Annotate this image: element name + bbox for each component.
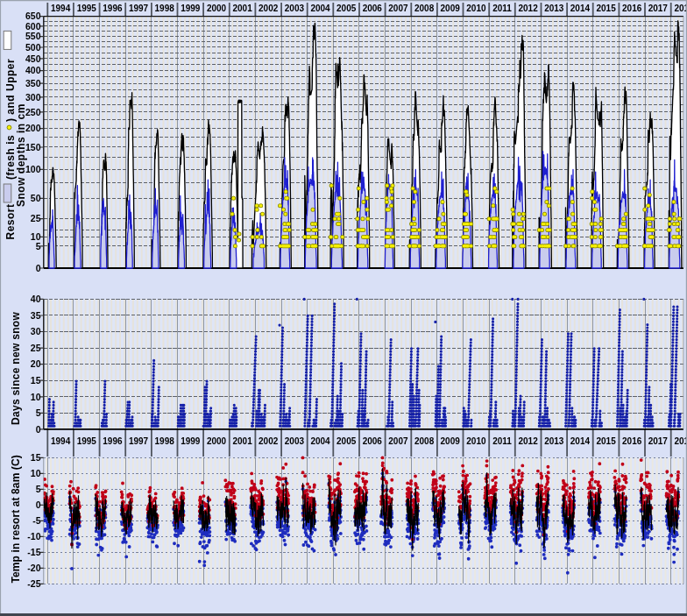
svg-text:2017: 2017 bbox=[648, 436, 669, 446]
svg-text:1994: 1994 bbox=[51, 436, 71, 446]
svg-text:2011: 2011 bbox=[492, 4, 512, 13]
svg-text:2008: 2008 bbox=[414, 436, 435, 446]
svg-text:20: 20 bbox=[31, 358, 41, 369]
svg-text:-25: -25 bbox=[27, 578, 40, 589]
svg-text:-10: -10 bbox=[27, 531, 40, 542]
svg-text:-15: -15 bbox=[27, 547, 40, 557]
svg-text:Temp in resort at 8am (C): Temp in resort at 8am (C) bbox=[10, 455, 22, 583]
svg-text:1999: 1999 bbox=[181, 436, 201, 446]
svg-text:1998: 1998 bbox=[155, 4, 175, 13]
svg-text:2005: 2005 bbox=[336, 436, 357, 446]
svg-text:2006: 2006 bbox=[363, 436, 383, 446]
svg-text:0: 0 bbox=[36, 499, 41, 510]
svg-text:600: 600 bbox=[25, 21, 41, 32]
svg-text:2001: 2001 bbox=[232, 436, 252, 446]
svg-text:0: 0 bbox=[36, 424, 41, 435]
svg-text:150: 150 bbox=[25, 142, 41, 152]
svg-text:5: 5 bbox=[36, 484, 41, 494]
svg-text:400: 400 bbox=[25, 65, 41, 75]
svg-text:2004: 2004 bbox=[310, 4, 330, 13]
svg-text:25: 25 bbox=[31, 343, 41, 353]
svg-text:350: 350 bbox=[25, 78, 41, 89]
svg-text:1995: 1995 bbox=[77, 436, 97, 446]
svg-text:1994: 1994 bbox=[51, 4, 71, 13]
svg-text:100: 100 bbox=[25, 164, 41, 174]
svg-text:0: 0 bbox=[36, 263, 41, 273]
svg-text:2016: 2016 bbox=[622, 4, 642, 13]
svg-text:250: 250 bbox=[25, 107, 41, 117]
svg-text:2007: 2007 bbox=[388, 4, 408, 13]
svg-text:2014: 2014 bbox=[570, 4, 591, 13]
svg-text:2016: 2016 bbox=[622, 436, 642, 446]
svg-text:Days since new snow: Days since new snow bbox=[10, 312, 22, 425]
svg-text:1997: 1997 bbox=[129, 436, 149, 446]
svg-text:-20: -20 bbox=[27, 563, 40, 573]
svg-text:35: 35 bbox=[31, 310, 41, 321]
svg-text:2015: 2015 bbox=[596, 436, 616, 446]
svg-text:1998: 1998 bbox=[155, 436, 175, 446]
svg-text:2006: 2006 bbox=[363, 4, 383, 13]
svg-text:25: 25 bbox=[31, 213, 41, 223]
svg-text:500: 500 bbox=[25, 42, 41, 53]
svg-text:2010: 2010 bbox=[466, 4, 486, 13]
svg-text:2018: 2018 bbox=[674, 436, 687, 446]
svg-text:2015: 2015 bbox=[596, 4, 616, 13]
svg-text:5: 5 bbox=[36, 241, 41, 251]
svg-text:5: 5 bbox=[36, 407, 41, 418]
svg-text:2007: 2007 bbox=[388, 436, 408, 446]
svg-text:10: 10 bbox=[31, 468, 41, 478]
svg-text:650: 650 bbox=[25, 11, 41, 21]
svg-text:Snow depths in cm: Snow depths in cm bbox=[15, 103, 27, 207]
svg-text:1999: 1999 bbox=[181, 4, 201, 13]
svg-text:2012: 2012 bbox=[518, 436, 538, 446]
svg-text:2010: 2010 bbox=[466, 436, 486, 446]
svg-text:1997: 1997 bbox=[129, 4, 149, 13]
svg-text:10: 10 bbox=[31, 231, 41, 242]
svg-text:2000: 2000 bbox=[207, 4, 227, 13]
svg-text:2002: 2002 bbox=[259, 436, 279, 446]
svg-text:200: 200 bbox=[25, 123, 41, 133]
svg-text:30: 30 bbox=[31, 326, 41, 336]
svg-text:1996: 1996 bbox=[103, 4, 123, 13]
svg-text:2000: 2000 bbox=[207, 436, 227, 446]
svg-text:2014: 2014 bbox=[570, 436, 591, 446]
svg-text:2018: 2018 bbox=[674, 4, 687, 13]
svg-text:40: 40 bbox=[31, 294, 41, 304]
svg-text:2004: 2004 bbox=[310, 436, 330, 446]
svg-text:15: 15 bbox=[31, 452, 41, 463]
svg-text:2008: 2008 bbox=[414, 4, 435, 13]
svg-text:2003: 2003 bbox=[285, 436, 305, 446]
svg-text:Resort: Resort bbox=[4, 203, 17, 239]
svg-text:2009: 2009 bbox=[441, 436, 461, 446]
svg-text:2009: 2009 bbox=[441, 4, 461, 13]
svg-text:10: 10 bbox=[31, 392, 41, 402]
svg-text:2003: 2003 bbox=[285, 4, 305, 13]
svg-text:2002: 2002 bbox=[259, 4, 279, 13]
svg-text:300: 300 bbox=[25, 92, 41, 103]
svg-text:2013: 2013 bbox=[544, 436, 564, 446]
svg-text:2012: 2012 bbox=[518, 4, 538, 13]
svg-text:50: 50 bbox=[31, 193, 41, 203]
svg-text:1995: 1995 bbox=[77, 4, 97, 13]
svg-text:2013: 2013 bbox=[544, 4, 564, 13]
svg-text:-5: -5 bbox=[32, 515, 40, 526]
svg-text:550: 550 bbox=[25, 31, 41, 41]
svg-text:450: 450 bbox=[25, 53, 41, 64]
svg-text:2011: 2011 bbox=[492, 436, 512, 446]
svg-text:2005: 2005 bbox=[336, 4, 357, 13]
svg-text:15: 15 bbox=[31, 375, 41, 386]
svg-text:1996: 1996 bbox=[103, 436, 123, 446]
svg-text:2001: 2001 bbox=[232, 4, 252, 13]
svg-text:2017: 2017 bbox=[648, 4, 669, 13]
